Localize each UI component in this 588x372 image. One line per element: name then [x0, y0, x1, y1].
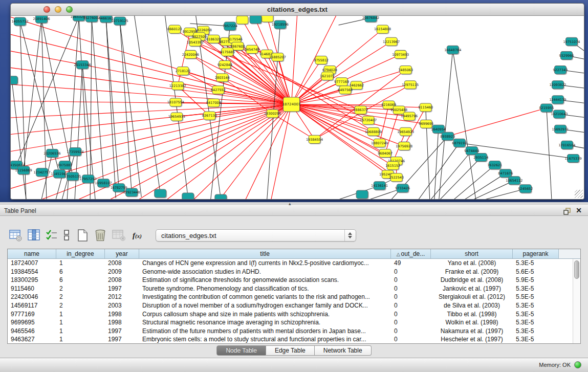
table-settings-icon[interactable]	[8, 228, 24, 243]
graph-node[interactable]: 19218596	[272, 20, 289, 30]
graph-node[interactable]: 10543392	[187, 38, 204, 47]
graph-node[interactable]: 19384554	[306, 135, 323, 144]
table-cell[interactable]: 5.9E-5	[513, 276, 559, 285]
table-cell[interactable]: Embryonic stem cells: a model to study s…	[139, 335, 391, 343]
graph-node[interactable]: 18807249	[371, 139, 388, 148]
table-cell[interactable]: 0	[391, 310, 431, 319]
graph-node[interactable]: 10654112	[506, 177, 522, 186]
graph-node[interactable]: 10973493	[392, 50, 409, 59]
table-cell[interactable]: Yano et al. (2008)	[431, 259, 513, 268]
table-cell[interactable]: 0	[391, 293, 431, 301]
graph-node[interactable]: 11675339	[564, 155, 581, 164]
graph-node[interactable]: 15885207	[269, 53, 286, 62]
column-header-in_degree[interactable]: in_degree	[56, 249, 105, 258]
table-cell[interactable]: 2009	[105, 268, 139, 276]
graph-node[interactable]: 10719125	[112, 17, 128, 26]
column-header-short[interactable]: short	[431, 249, 513, 258]
table-cell[interactable]: 6	[56, 268, 105, 276]
table-cell[interactable]: 2	[56, 293, 105, 301]
graph-node[interactable]	[11, 76, 18, 85]
graph-node[interactable]: 2803144	[215, 74, 230, 83]
table-cell[interactable]: Estimation of the future numbers of pati…	[139, 327, 391, 336]
table-cell[interactable]: Changes of HCN gene expression and I(f) …	[139, 259, 391, 268]
graph-node[interactable]: 17016504	[558, 141, 575, 150]
tab-network-table[interactable]: Network Table	[315, 345, 372, 356]
table-cell[interactable]: Estimation of significance thresholds fo…	[139, 276, 391, 285]
merge-cells-icon[interactable]	[62, 228, 72, 243]
network-canvas[interactable]: 18724007 8660123 8912954 18226058 982750…	[10, 16, 584, 200]
table-row[interactable]: 977716911998Corpus callosum shape and si…	[8, 310, 573, 319]
table-cell[interactable]: 22420046	[8, 293, 56, 301]
table-cell[interactable]: 18724007	[8, 259, 56, 268]
graph-node[interactable]: 1621072	[320, 72, 335, 81]
graph-node[interactable]: 18724007	[282, 97, 301, 113]
graph-node[interactable]: 9329966	[559, 51, 574, 60]
table-cell[interactable]: 0	[391, 268, 431, 276]
graph-node[interactable]: 8417004	[206, 99, 221, 108]
graph-node[interactable]: 9227343	[553, 66, 568, 75]
citation-network-graph[interactable]: 18724007 8660123 8912954 18226058 982750…	[11, 16, 584, 199]
column-header-year[interactable]: year	[105, 249, 139, 258]
graph-node[interactable]: 2935114	[473, 154, 488, 163]
graph-node[interactable]: 9777169	[334, 78, 349, 87]
table-cell[interactable]: 0	[391, 335, 431, 343]
table-cell[interactable]: 49	[391, 259, 431, 268]
table-cell[interactable]: 1997	[105, 285, 139, 293]
canvas-resize-grip[interactable]	[575, 190, 583, 198]
graph-node[interactable]: 20206536	[44, 149, 61, 158]
table-selector-dropdown[interactable]: citations_edges.txt	[156, 229, 356, 242]
table-cell[interactable]: 5.3E-5	[513, 301, 559, 310]
table-cell[interactable]: 2012	[105, 293, 139, 301]
graph-node[interactable]: 12342757	[34, 168, 51, 178]
graph-node[interactable]: 9242848	[217, 60, 232, 70]
table-cell[interactable]: 5.6E-5	[513, 268, 559, 276]
table-cell[interactable]: 2008	[105, 259, 139, 268]
table-cell[interactable]: 18300295	[8, 276, 56, 285]
table-cell[interactable]: Tourette syndrome. Phenomenology and cla…	[139, 285, 391, 293]
table-cell[interactable]: 0	[391, 285, 431, 293]
table-cell[interactable]: Tibbo et al. (1998)	[431, 310, 513, 319]
graph-node[interactable]: 19751074	[563, 37, 580, 47]
graph-node[interactable]: 14136141	[371, 182, 388, 191]
table-cell[interactable]: 1	[56, 318, 105, 327]
table-cell[interactable]: 9465546	[8, 327, 56, 336]
table-cell[interactable]: 19384554	[8, 268, 56, 276]
graph-node[interactable]: 16958107	[95, 179, 112, 188]
table-row[interactable]: 1456911722003Disruption of a novel membe…	[8, 301, 573, 310]
graph-node[interactable]	[356, 190, 369, 199]
table-row[interactable]: 969969511998Structural magnetic resonanc…	[8, 318, 573, 327]
graph-node[interactable]: 2522543	[389, 173, 404, 183]
window-titlebar[interactable]: citations_edges.txt	[10, 3, 584, 16]
table-row[interactable]: 1938455462009Genome-wide association stu…	[8, 268, 573, 276]
column-header-name[interactable]: name	[8, 249, 56, 258]
graph-node[interactable]: 8215955	[539, 104, 554, 113]
graph-node[interactable]: 17359924	[67, 147, 84, 157]
graph-node[interactable]: 7632621	[487, 161, 502, 170]
graph-node[interactable]: 6497568	[338, 86, 353, 95]
graph-node[interactable]: 17957253	[80, 175, 97, 184]
graph-node[interactable]: 8454749	[245, 45, 259, 54]
table-cell[interactable]: Genome-wide association studies in ADHD.	[139, 268, 391, 276]
tab-node-table[interactable]: Node Table	[216, 345, 266, 356]
column-header-out_de[interactable]: △out_de...	[391, 249, 431, 258]
table-cell[interactable]: Structural magnetic resonance image aver…	[139, 318, 391, 327]
graph-node[interactable]	[250, 16, 263, 25]
graph-node[interactable]	[262, 16, 274, 23]
graph-node[interactable]: 19495796	[401, 112, 418, 121]
graph-node[interactable]	[182, 193, 195, 199]
graph-node[interactable]: 7886372	[353, 106, 368, 115]
graph-node[interactable]: 9733426	[395, 184, 410, 193]
new-table-icon[interactable]	[75, 228, 90, 243]
table-cell[interactable]: 14569117	[8, 301, 56, 310]
graph-node[interactable]: 18107554	[167, 98, 184, 107]
table-cell[interactable]: 2003	[105, 301, 139, 310]
column-header-pagerank[interactable]: pagerank	[513, 249, 559, 258]
table-row[interactable]: 946362711997Embryonic stem cells: a mode…	[8, 335, 573, 343]
table-cell[interactable]: de Silva et al. (2003)	[431, 301, 513, 310]
table-cell[interactable]: Franke et al. (2009)	[431, 268, 513, 276]
table-row[interactable]: 2242004622012Investigating the contribut…	[8, 293, 573, 301]
select-rows-icon[interactable]	[44, 228, 59, 243]
graph-node[interactable]	[236, 16, 249, 25]
table-cell[interactable]: 2	[56, 301, 105, 310]
graph-node[interactable]: 15692971	[552, 125, 569, 134]
